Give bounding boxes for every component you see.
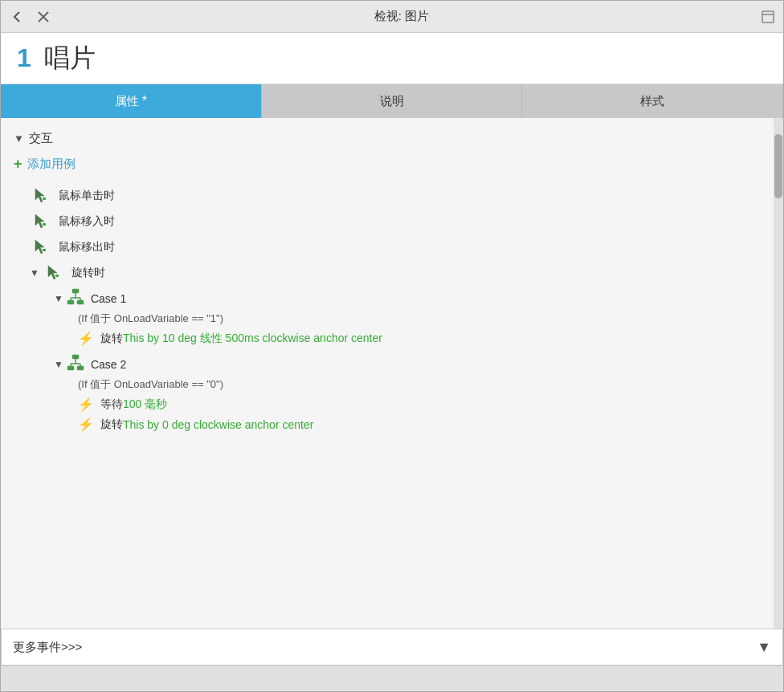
svg-rect-19	[72, 355, 79, 359]
rotate-section: ▼ 旋转时 ▼	[30, 264, 770, 432]
cursor-click-icon	[30, 187, 52, 205]
svg-marker-4	[35, 189, 44, 202]
svg-rect-14	[77, 300, 84, 304]
tab-properties-label: 属性	[115, 94, 139, 109]
dropdown-arrow-icon: ▼	[757, 639, 771, 656]
more-events-button[interactable]: 更多事件>>> ▼	[1, 629, 783, 666]
tab-description-label: 说明	[380, 94, 404, 109]
case2-action2-prefix: 旋转	[100, 417, 123, 432]
case1-block: ▼ Case 1	[54, 288, 770, 346]
bolt2-icon: ⚡	[78, 397, 94, 412]
svg-rect-9	[43, 249, 46, 251]
item-number: 1	[17, 43, 31, 73]
event-mouse-click-label: 鼠标单击时	[59, 189, 115, 203]
tab-style[interactable]: 样式	[522, 84, 783, 118]
item-title: 唱片	[44, 41, 96, 76]
tab-style-label: 样式	[640, 94, 664, 109]
title-bar-right	[751, 8, 775, 26]
case1-action1-prefix: 旋转	[100, 332, 123, 346]
svg-rect-2	[762, 11, 774, 22]
scrollbar-track[interactable]	[774, 118, 783, 666]
add-use-case-label: 添加用例	[27, 157, 76, 172]
tab-properties-asterisk: *	[142, 94, 147, 108]
rotate-chevron-icon: ▼	[30, 267, 39, 279]
case2-condition: (If 值于 OnLoadVariable == "0")	[78, 377, 770, 392]
event-mouse-enter[interactable]: 鼠标移入时	[30, 213, 770, 230]
case2-header[interactable]: ▼ Case 2	[54, 354, 770, 374]
event-mouse-leave-label: 鼠标移出时	[59, 240, 115, 254]
event-mouse-leave[interactable]: 鼠标移出时	[30, 238, 770, 256]
tabs-bar: 属性 * 说明 样式	[1, 84, 783, 118]
case1-action1: ⚡ 旋转This by 10 deg 线性 500ms clockwise an…	[78, 331, 770, 346]
case1-header[interactable]: ▼ Case 1	[54, 288, 770, 308]
case1-action1-highlight: This by 10 deg 线性 500ms clockwise anchor…	[123, 332, 382, 346]
title-bar: 检视: 图片	[1, 1, 783, 33]
case2-action1: ⚡ 等待100 毫秒	[78, 397, 770, 412]
rotate-header[interactable]: ▼ 旋转时	[30, 264, 770, 282]
case1-title: Case 1	[91, 292, 126, 305]
case2-action1-prefix: 等待	[100, 397, 123, 412]
bottom-bar	[1, 666, 783, 691]
svg-marker-10	[48, 266, 57, 279]
svg-marker-8	[35, 240, 44, 254]
page-header: 1 唱片	[1, 33, 783, 84]
cursor-leave-icon	[30, 238, 52, 256]
scrollbar-thumb[interactable]	[774, 134, 782, 198]
case2-action2: ⚡ 旋转This by 0 deg clockwise anchor cente…	[78, 417, 770, 432]
svg-rect-21	[77, 366, 84, 370]
case1-chevron-icon: ▼	[54, 293, 63, 304]
back-button[interactable]	[9, 8, 27, 26]
case1-network-icon	[67, 288, 84, 308]
case2-title: Case 2	[91, 358, 126, 371]
cursor-rotate-icon	[43, 264, 65, 282]
svg-rect-5	[43, 197, 46, 200]
tab-description[interactable]: 说明	[262, 84, 523, 118]
window-title: 检视: 图片	[374, 9, 429, 24]
event-mouse-enter-label: 鼠标移入时	[59, 214, 115, 229]
svg-rect-7	[43, 223, 46, 226]
add-use-case-button[interactable]: + 添加用例	[14, 156, 770, 173]
svg-rect-11	[55, 275, 59, 277]
close-button[interactable]	[35, 8, 52, 26]
svg-marker-6	[35, 214, 44, 228]
case2-action1-highlight: 100 毫秒	[123, 397, 167, 412]
add-icon: +	[14, 156, 22, 173]
content-area: ▼ 交互 + 添加用例 鼠标单击时	[1, 118, 783, 666]
title-bar-controls	[9, 8, 52, 26]
svg-rect-12	[72, 289, 79, 293]
case2-chevron-icon: ▼	[54, 359, 63, 370]
svg-rect-20	[67, 366, 74, 370]
bolt1-icon: ⚡	[78, 331, 94, 346]
cursor-enter-icon	[30, 213, 52, 230]
case2-network-icon	[67, 354, 84, 374]
rotate-event-label: 旋转时	[71, 266, 105, 280]
more-events-label: 更多事件>>>	[13, 640, 82, 655]
interaction-label: 交互	[29, 131, 53, 146]
interaction-chevron-icon: ▼	[14, 132, 24, 145]
svg-rect-13	[67, 300, 74, 304]
case2-action2-highlight: This by 0 deg clockwise anchor center	[123, 418, 313, 431]
bolt3-icon: ⚡	[78, 417, 94, 432]
event-list: 鼠标单击时 鼠标移入时	[30, 187, 770, 432]
tab-properties[interactable]: 属性 *	[1, 84, 262, 118]
event-mouse-click[interactable]: 鼠标单击时	[30, 187, 770, 205]
case1-condition: (If 值于 OnLoadVariable == "1")	[78, 311, 770, 326]
window: 检视: 图片 1 唱片 属性 * 说明 样式 ▼ 交互	[0, 0, 784, 692]
case2-block: ▼ Case 2	[54, 354, 770, 432]
interaction-section-header: ▼ 交互	[14, 131, 770, 146]
